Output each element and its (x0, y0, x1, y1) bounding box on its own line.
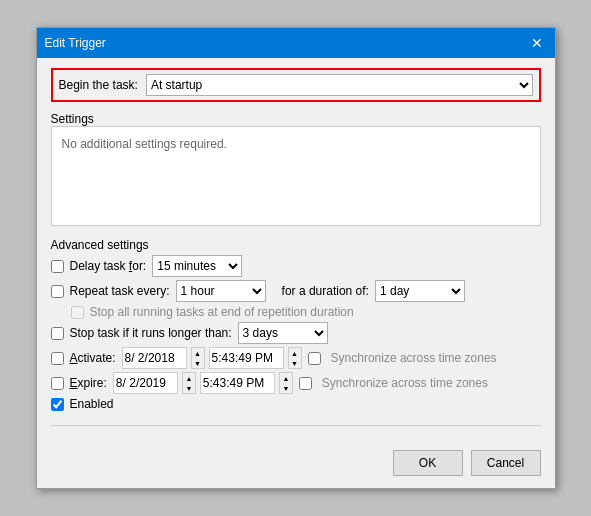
settings-box: No additional settings required. (51, 126, 541, 226)
repeat-task-row: Repeat task every: 5 minutes 10 minutes … (51, 280, 541, 302)
stop-all-label: Stop all running tasks at end of repetit… (90, 305, 354, 319)
expire-date-group: ▲ ▼ ▲ ▼ (113, 372, 293, 394)
advanced-settings-label: Advanced settings (51, 238, 541, 252)
activate-checkbox[interactable] (51, 352, 64, 365)
expire-date-down[interactable]: ▼ (183, 383, 195, 393)
begin-task-row: Begin the task: At startup On a schedule… (51, 68, 541, 102)
expire-date-up[interactable]: ▲ (183, 373, 195, 383)
divider (51, 425, 541, 426)
begin-task-select[interactable]: At startup On a schedule At log on At id… (146, 74, 533, 96)
expire-date-input[interactable] (113, 372, 178, 394)
cancel-button[interactable]: Cancel (471, 450, 541, 476)
dialog-title: Edit Trigger (45, 36, 106, 50)
stop-task-checkbox[interactable] (51, 327, 64, 340)
activate-date-input[interactable] (122, 347, 187, 369)
activate-row: Activate: ▲ ▼ ▲ ▼ Synchronize across tim… (51, 347, 541, 369)
activate-sync-label: Synchronize across time zones (331, 351, 497, 365)
expire-time-input[interactable] (200, 372, 275, 394)
edit-trigger-dialog: Edit Trigger ✕ Begin the task: At startu… (36, 27, 556, 489)
activate-date-group: ▲ ▼ ▲ ▼ (122, 347, 302, 369)
activate-sync-checkbox[interactable] (308, 352, 321, 365)
advanced-settings-section: Advanced settings Delay task for: 15 min… (51, 234, 541, 411)
settings-section: Settings No additional settings required… (51, 110, 541, 226)
activate-time-down[interactable]: ▼ (289, 358, 301, 368)
close-button[interactable]: ✕ (527, 36, 547, 50)
begin-task-label: Begin the task: (59, 78, 138, 92)
stop-all-checkbox[interactable] (71, 306, 84, 319)
delay-task-row: Delay task for: 15 minutes 30 minutes 1 … (51, 255, 541, 277)
activate-date-up[interactable]: ▲ (192, 348, 204, 358)
expire-time-down[interactable]: ▼ (280, 383, 292, 393)
repeat-task-select[interactable]: 5 minutes 10 minutes 15 minutes 30 minut… (176, 280, 266, 302)
delay-task-checkbox[interactable] (51, 260, 64, 273)
ok-button[interactable]: OK (393, 450, 463, 476)
expire-time-up[interactable]: ▲ (280, 373, 292, 383)
expire-checkbox[interactable] (51, 377, 64, 390)
dialog-body: Begin the task: At startup On a schedule… (37, 58, 555, 442)
expire-sync-checkbox[interactable] (299, 377, 312, 390)
delay-task-select[interactable]: 15 minutes 30 minutes 1 hour 2 hours (152, 255, 242, 277)
stop-task-label: Stop task if it runs longer than: (70, 326, 232, 340)
expire-row: Expire: ▲ ▼ ▲ ▼ Synchronize across time … (51, 372, 541, 394)
stop-task-select[interactable]: 1 hour 2 hours 4 hours 8 hours 1 day 3 d… (238, 322, 328, 344)
stop-task-row: Stop task if it runs longer than: 1 hour… (51, 322, 541, 344)
settings-label: Settings (51, 112, 541, 126)
enabled-label: Enabled (70, 397, 114, 411)
activate-date-down[interactable]: ▼ (192, 358, 204, 368)
enabled-row: Enabled (51, 397, 541, 411)
activate-time-input[interactable] (209, 347, 284, 369)
expire-time-spinner[interactable]: ▲ ▼ (279, 372, 293, 394)
activate-time-up[interactable]: ▲ (289, 348, 301, 358)
duration-select[interactable]: 30 minutes 1 hour 12 hours 1 day Indefin… (375, 280, 465, 302)
no-settings-text: No additional settings required. (62, 137, 227, 151)
expire-date-spinner[interactable]: ▲ ▼ (182, 372, 196, 394)
activate-label: Activate: (70, 351, 116, 365)
repeat-task-label: Repeat task every: (70, 284, 170, 298)
enabled-checkbox[interactable] (51, 398, 64, 411)
activate-time-spinner[interactable]: ▲ ▼ (288, 347, 302, 369)
delay-task-label: Delay task for: (70, 259, 147, 273)
duration-label: for a duration of: (282, 284, 369, 298)
expire-sync-label: Synchronize across time zones (322, 376, 488, 390)
button-row: OK Cancel (37, 442, 555, 488)
expire-label: Expire: (70, 376, 107, 390)
repeat-task-checkbox[interactable] (51, 285, 64, 298)
stop-all-row: Stop all running tasks at end of repetit… (71, 305, 541, 319)
activate-date-spinner[interactable]: ▲ ▼ (191, 347, 205, 369)
title-bar: Edit Trigger ✕ (37, 28, 555, 58)
